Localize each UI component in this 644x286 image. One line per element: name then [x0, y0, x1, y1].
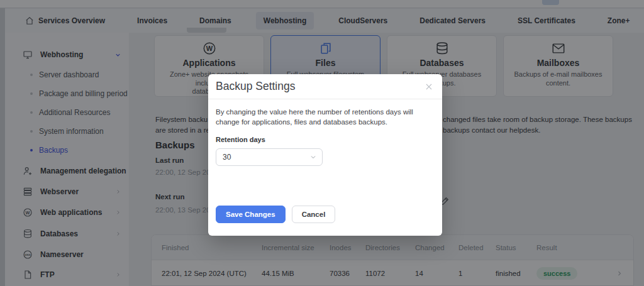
- modal-title: Backup Settings: [216, 80, 295, 93]
- retention-days-label: Retention days: [216, 136, 433, 143]
- save-changes-button[interactable]: Save Changes: [216, 206, 286, 223]
- retention-days-select[interactable]: 30: [216, 148, 323, 166]
- backup-settings-modal: Backup Settings By changing the value he…: [208, 74, 442, 236]
- modal-description: By changing the value here the number of…: [216, 107, 426, 127]
- close-icon[interactable]: [425, 82, 433, 91]
- modal-actions: Save Changes Cancel: [216, 206, 335, 223]
- modal-body: By changing the value here the number of…: [208, 99, 442, 166]
- cancel-button[interactable]: Cancel: [292, 206, 336, 223]
- webhosting-backups-page: Services Overview Invoices Domains Webho…: [0, 0, 644, 286]
- retention-days-value: 30: [223, 153, 231, 162]
- modal-header: Backup Settings: [208, 74, 442, 99]
- select-chevron-icon: [309, 153, 317, 161]
